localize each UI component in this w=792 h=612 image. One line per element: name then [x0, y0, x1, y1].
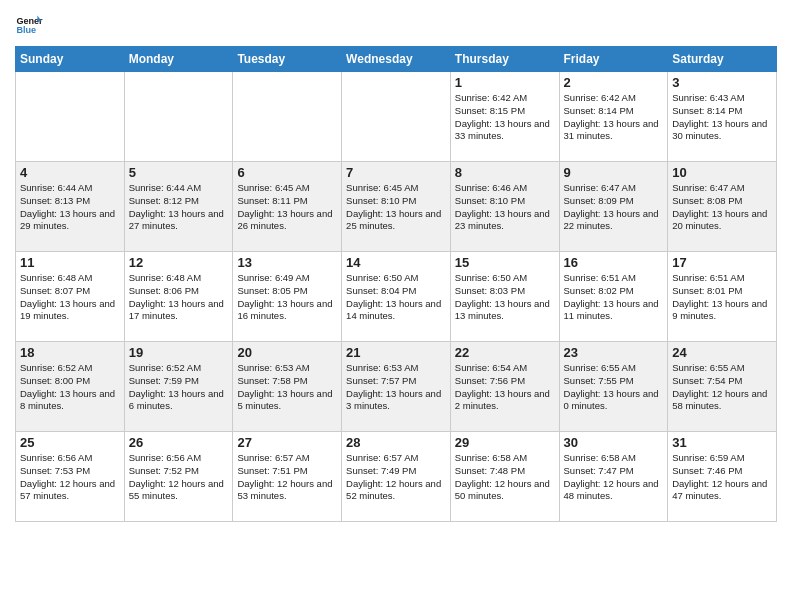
day-header-tuesday: Tuesday: [233, 47, 342, 72]
calendar-cell: 31Sunrise: 6:59 AM Sunset: 7:46 PM Dayli…: [668, 432, 777, 522]
day-info: Sunrise: 6:51 AM Sunset: 8:02 PM Dayligh…: [564, 272, 664, 323]
calendar-week-3: 11Sunrise: 6:48 AM Sunset: 8:07 PM Dayli…: [16, 252, 777, 342]
calendar-cell: 4Sunrise: 6:44 AM Sunset: 8:13 PM Daylig…: [16, 162, 125, 252]
day-number: 11: [20, 255, 120, 270]
calendar-cell: 11Sunrise: 6:48 AM Sunset: 8:07 PM Dayli…: [16, 252, 125, 342]
day-number: 15: [455, 255, 555, 270]
day-number: 28: [346, 435, 446, 450]
day-number: 2: [564, 75, 664, 90]
day-number: 4: [20, 165, 120, 180]
day-info: Sunrise: 6:43 AM Sunset: 8:14 PM Dayligh…: [672, 92, 772, 143]
day-number: 30: [564, 435, 664, 450]
day-header-monday: Monday: [124, 47, 233, 72]
day-info: Sunrise: 6:59 AM Sunset: 7:46 PM Dayligh…: [672, 452, 772, 503]
calendar-cell: [124, 72, 233, 162]
calendar-cell: 16Sunrise: 6:51 AM Sunset: 8:02 PM Dayli…: [559, 252, 668, 342]
calendar-cell: 2Sunrise: 6:42 AM Sunset: 8:14 PM Daylig…: [559, 72, 668, 162]
calendar-cell: 19Sunrise: 6:52 AM Sunset: 7:59 PM Dayli…: [124, 342, 233, 432]
day-number: 16: [564, 255, 664, 270]
calendar-cell: 12Sunrise: 6:48 AM Sunset: 8:06 PM Dayli…: [124, 252, 233, 342]
calendar-cell: [16, 72, 125, 162]
calendar-cell: 21Sunrise: 6:53 AM Sunset: 7:57 PM Dayli…: [342, 342, 451, 432]
day-number: 3: [672, 75, 772, 90]
day-info: Sunrise: 6:53 AM Sunset: 7:57 PM Dayligh…: [346, 362, 446, 413]
day-info: Sunrise: 6:55 AM Sunset: 7:54 PM Dayligh…: [672, 362, 772, 413]
day-number: 19: [129, 345, 229, 360]
day-info: Sunrise: 6:49 AM Sunset: 8:05 PM Dayligh…: [237, 272, 337, 323]
day-number: 14: [346, 255, 446, 270]
day-info: Sunrise: 6:42 AM Sunset: 8:14 PM Dayligh…: [564, 92, 664, 143]
day-info: Sunrise: 6:50 AM Sunset: 8:03 PM Dayligh…: [455, 272, 555, 323]
calendar-cell: 5Sunrise: 6:44 AM Sunset: 8:12 PM Daylig…: [124, 162, 233, 252]
logo-icon: General Blue: [15, 10, 43, 38]
calendar-week-5: 25Sunrise: 6:56 AM Sunset: 7:53 PM Dayli…: [16, 432, 777, 522]
calendar-cell: 6Sunrise: 6:45 AM Sunset: 8:11 PM Daylig…: [233, 162, 342, 252]
day-info: Sunrise: 6:53 AM Sunset: 7:58 PM Dayligh…: [237, 362, 337, 413]
calendar-cell: 15Sunrise: 6:50 AM Sunset: 8:03 PM Dayli…: [450, 252, 559, 342]
day-number: 29: [455, 435, 555, 450]
day-info: Sunrise: 6:46 AM Sunset: 8:10 PM Dayligh…: [455, 182, 555, 233]
svg-text:Blue: Blue: [16, 25, 36, 35]
logo: General Blue: [15, 10, 43, 38]
day-info: Sunrise: 6:45 AM Sunset: 8:10 PM Dayligh…: [346, 182, 446, 233]
calendar-cell: 7Sunrise: 6:45 AM Sunset: 8:10 PM Daylig…: [342, 162, 451, 252]
calendar-cell: [342, 72, 451, 162]
day-info: Sunrise: 6:44 AM Sunset: 8:13 PM Dayligh…: [20, 182, 120, 233]
calendar-cell: 18Sunrise: 6:52 AM Sunset: 8:00 PM Dayli…: [16, 342, 125, 432]
calendar-cell: 9Sunrise: 6:47 AM Sunset: 8:09 PM Daylig…: [559, 162, 668, 252]
day-info: Sunrise: 6:47 AM Sunset: 8:09 PM Dayligh…: [564, 182, 664, 233]
day-info: Sunrise: 6:47 AM Sunset: 8:08 PM Dayligh…: [672, 182, 772, 233]
calendar-cell: 25Sunrise: 6:56 AM Sunset: 7:53 PM Dayli…: [16, 432, 125, 522]
day-number: 12: [129, 255, 229, 270]
calendar-cell: 17Sunrise: 6:51 AM Sunset: 8:01 PM Dayli…: [668, 252, 777, 342]
day-number: 17: [672, 255, 772, 270]
day-number: 18: [20, 345, 120, 360]
day-info: Sunrise: 6:52 AM Sunset: 7:59 PM Dayligh…: [129, 362, 229, 413]
day-info: Sunrise: 6:51 AM Sunset: 8:01 PM Dayligh…: [672, 272, 772, 323]
calendar-week-2: 4Sunrise: 6:44 AM Sunset: 8:13 PM Daylig…: [16, 162, 777, 252]
calendar-cell: 30Sunrise: 6:58 AM Sunset: 7:47 PM Dayli…: [559, 432, 668, 522]
calendar-cell: 28Sunrise: 6:57 AM Sunset: 7:49 PM Dayli…: [342, 432, 451, 522]
day-number: 27: [237, 435, 337, 450]
day-number: 13: [237, 255, 337, 270]
day-info: Sunrise: 6:58 AM Sunset: 7:47 PM Dayligh…: [564, 452, 664, 503]
day-header-thursday: Thursday: [450, 47, 559, 72]
calendar-cell: [233, 72, 342, 162]
calendar-cell: 20Sunrise: 6:53 AM Sunset: 7:58 PM Dayli…: [233, 342, 342, 432]
day-header-saturday: Saturday: [668, 47, 777, 72]
day-number: 1: [455, 75, 555, 90]
day-info: Sunrise: 6:56 AM Sunset: 7:52 PM Dayligh…: [129, 452, 229, 503]
day-number: 22: [455, 345, 555, 360]
calendar-cell: 10Sunrise: 6:47 AM Sunset: 8:08 PM Dayli…: [668, 162, 777, 252]
day-info: Sunrise: 6:45 AM Sunset: 8:11 PM Dayligh…: [237, 182, 337, 233]
calendar-cell: 13Sunrise: 6:49 AM Sunset: 8:05 PM Dayli…: [233, 252, 342, 342]
calendar-cell: 3Sunrise: 6:43 AM Sunset: 8:14 PM Daylig…: [668, 72, 777, 162]
page-header: General Blue: [15, 10, 777, 38]
day-info: Sunrise: 6:57 AM Sunset: 7:49 PM Dayligh…: [346, 452, 446, 503]
calendar-week-1: 1Sunrise: 6:42 AM Sunset: 8:15 PM Daylig…: [16, 72, 777, 162]
day-number: 5: [129, 165, 229, 180]
day-info: Sunrise: 6:48 AM Sunset: 8:06 PM Dayligh…: [129, 272, 229, 323]
day-info: Sunrise: 6:48 AM Sunset: 8:07 PM Dayligh…: [20, 272, 120, 323]
day-number: 6: [237, 165, 337, 180]
calendar-week-4: 18Sunrise: 6:52 AM Sunset: 8:00 PM Dayli…: [16, 342, 777, 432]
calendar-cell: 27Sunrise: 6:57 AM Sunset: 7:51 PM Dayli…: [233, 432, 342, 522]
day-info: Sunrise: 6:44 AM Sunset: 8:12 PM Dayligh…: [129, 182, 229, 233]
day-number: 8: [455, 165, 555, 180]
calendar-cell: 26Sunrise: 6:56 AM Sunset: 7:52 PM Dayli…: [124, 432, 233, 522]
day-number: 23: [564, 345, 664, 360]
day-number: 20: [237, 345, 337, 360]
calendar-cell: 1Sunrise: 6:42 AM Sunset: 8:15 PM Daylig…: [450, 72, 559, 162]
day-number: 24: [672, 345, 772, 360]
calendar-header-row: SundayMondayTuesdayWednesdayThursdayFrid…: [16, 47, 777, 72]
day-number: 25: [20, 435, 120, 450]
day-number: 26: [129, 435, 229, 450]
day-number: 10: [672, 165, 772, 180]
calendar-cell: 29Sunrise: 6:58 AM Sunset: 7:48 PM Dayli…: [450, 432, 559, 522]
day-number: 31: [672, 435, 772, 450]
day-number: 7: [346, 165, 446, 180]
calendar-body: 1Sunrise: 6:42 AM Sunset: 8:15 PM Daylig…: [16, 72, 777, 522]
day-number: 21: [346, 345, 446, 360]
day-info: Sunrise: 6:56 AM Sunset: 7:53 PM Dayligh…: [20, 452, 120, 503]
day-info: Sunrise: 6:55 AM Sunset: 7:55 PM Dayligh…: [564, 362, 664, 413]
